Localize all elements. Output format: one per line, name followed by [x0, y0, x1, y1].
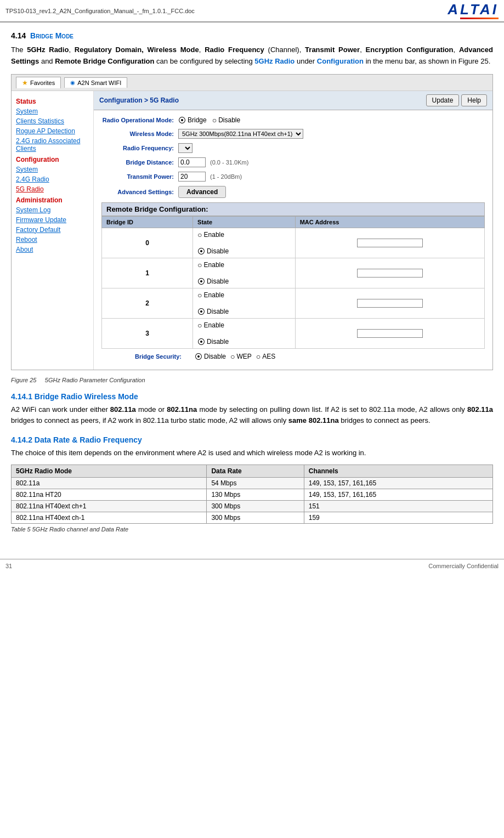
- advanced-button[interactable]: Advanced: [178, 186, 226, 198]
- table-cell-rate-2: 130 Mbps: [207, 489, 304, 500]
- mac-input-1[interactable]: [357, 269, 423, 278]
- sidebar-item-24g-radio[interactable]: 2.4G Radio: [12, 174, 93, 184]
- security-aes-label: AES: [262, 353, 275, 360]
- update-button[interactable]: Update: [426, 94, 460, 106]
- radio-bridge-selected: [178, 116, 186, 124]
- sidebar-item-clients-stats[interactable]: Clients Statistics: [12, 116, 93, 126]
- bridge-enable-3[interactable]: Enable: [197, 321, 291, 330]
- security-disable-label: Disable: [204, 353, 226, 360]
- sidebar-item-rogue-ap[interactable]: Rogue AP Detection: [12, 126, 93, 136]
- sidebar-item-reboot[interactable]: Reboot: [12, 235, 93, 245]
- bridge-security-row: Bridge Security: Disable WEP AES: [101, 349, 485, 364]
- security-wep-option[interactable]: WEP: [230, 352, 252, 361]
- sidebar-item-factory[interactable]: Factory Default: [12, 225, 93, 235]
- section-4-14-2-body: The choice of this item depends on the e…: [11, 448, 493, 459]
- star-icon: ★: [22, 79, 28, 87]
- advanced-settings-value: Advanced: [178, 186, 226, 198]
- figure-label: Figure 25: [11, 377, 36, 383]
- bridge-id-1: 1: [102, 258, 193, 288]
- mac-input-3[interactable]: [357, 329, 423, 338]
- bridge-enable-0[interactable]: Enable: [197, 230, 291, 239]
- wireless-mode-row: Wireless Mode: 5GHz 300Mbps(802.11na HT4…: [101, 129, 485, 139]
- sidebar-admin-label: Administration: [12, 194, 93, 205]
- sidebar-item-system-config[interactable]: System: [12, 165, 93, 174]
- section-4-14-title: 4.14 Bridge Mode: [11, 31, 493, 40]
- app-layout: Status System Clients Statistics Rogue A…: [12, 91, 492, 370]
- table-cell-rate-4: 300 Mbps: [207, 512, 304, 523]
- bridge-mac-2: [295, 288, 484, 318]
- security-aes-option[interactable]: AES: [256, 352, 275, 361]
- wifi-icon: ◉: [70, 80, 75, 86]
- radio-bridge-label: Bridge: [188, 116, 207, 124]
- radio-freq-label: Radio Frequency:: [101, 145, 178, 151]
- sidebar-item-about[interactable]: About: [12, 245, 93, 254]
- table-row: 802.11na HT40ext ch+1 300 Mbps 151: [12, 500, 493, 512]
- mac-input-0[interactable]: [357, 239, 423, 247]
- bridge-id-0: 0: [102, 228, 193, 258]
- page-number: 31: [5, 563, 12, 569]
- bridge-enable-1[interactable]: Enable: [197, 261, 291, 269]
- bridge-id-2: 2: [102, 288, 193, 318]
- bridge-row-1: 1 Enable Disable: [102, 258, 485, 288]
- table-col-channels: Channels: [304, 465, 492, 477]
- tab-a2n-label: A2N Smart WIFI: [77, 80, 121, 86]
- radio-freq-select[interactable]: [178, 143, 192, 153]
- radio-mode-row: Radio Operational Mode: Bridge Disable: [101, 116, 485, 124]
- radio-mode-table: 5GHz Radio Mode Data Rate Channels 802.1…: [11, 465, 493, 524]
- sidebar-item-system-log[interactable]: System Log: [12, 205, 93, 215]
- table-cell-mode-3: 802.11na HT40ext ch+1: [12, 500, 207, 512]
- wireless-mode-label: Wireless Mode:: [101, 131, 178, 137]
- radio-disable-option[interactable]: Disable: [212, 116, 241, 124]
- table-col-mode: 5GHz Radio Mode: [12, 465, 207, 477]
- config-header: Configuration > 5G Radio Update Help: [94, 91, 492, 110]
- sidebar-item-firmware[interactable]: Firmware Update: [12, 215, 93, 225]
- radio-bridge-option[interactable]: Bridge: [178, 116, 207, 124]
- tab-favorites-label: Favorites: [30, 80, 55, 86]
- bridge-dist-row: Bridge Distance: (0.0 - 31.0Km): [101, 157, 485, 167]
- section-4-14-2-heading: 4.14.2 Data Rate & Radio Frequency: [11, 435, 142, 444]
- mac-input-2[interactable]: [357, 299, 423, 308]
- browser-tab-favorites[interactable]: ★ Favorites: [16, 77, 61, 88]
- transmit-power-hint: (1 - 20dBm): [210, 173, 242, 180]
- doc-footer: 31 Commercially Confidential: [0, 559, 504, 573]
- transmit-power-value: (1 - 20dBm): [178, 172, 242, 182]
- form-area: Radio Operational Mode: Bridge Disable: [94, 110, 492, 370]
- bridge-id-3: 3: [102, 318, 193, 348]
- sidebar-item-5g-radio[interactable]: 5G Radio: [12, 184, 93, 194]
- bridge-enable-2[interactable]: Enable: [197, 291, 291, 299]
- security-disable-option[interactable]: Disable: [195, 352, 226, 361]
- bridge-disable-3[interactable]: Disable: [197, 337, 291, 346]
- sidebar-item-system-status[interactable]: System: [12, 106, 93, 116]
- table-cell-ch-2: 149, 153, 157, 161,165: [304, 489, 492, 500]
- security-wep-label: WEP: [237, 353, 252, 360]
- bridge-dist-input[interactable]: [178, 157, 206, 167]
- help-button[interactable]: Help: [461, 94, 487, 106]
- advanced-settings-row: Advanced Settings: Advanced: [101, 186, 485, 198]
- wireless-mode-select[interactable]: 5GHz 300Mbps(802.11na HT40ext ch+1): [178, 129, 303, 139]
- bridge-state-3: Enable Disable: [193, 318, 296, 348]
- figure-description: 5GHz Radio Parameter Configuration: [45, 377, 145, 383]
- table-cell-rate-3: 300 Mbps: [207, 500, 304, 512]
- section-4-14-1-heading: 4.14.1 Bridge Radio Wireless Mode: [11, 392, 138, 401]
- bridge-disable-0[interactable]: Disable: [197, 247, 291, 256]
- radio-disable-label: Disable: [218, 116, 240, 124]
- figure-caption: Figure 25 5GHz Radio Parameter Configura…: [11, 377, 493, 383]
- transmit-power-input[interactable]: [178, 172, 206, 182]
- table-cell-ch-1: 149, 153, 157, 161,165: [304, 477, 492, 489]
- sidebar-item-24g-clients[interactable]: 2.4G radio Associated Clients: [12, 136, 93, 154]
- table-row: 802.11na HT20 130 Mbps 149, 153, 157, 16…: [12, 489, 493, 500]
- col-state: State: [193, 216, 296, 228]
- doc-header: TPS10-013_rev1.2_A2N_Configuration_Manua…: [0, 0, 504, 22]
- table-row: 802.11a 54 Mbps 149, 153, 157, 161,165: [12, 477, 493, 489]
- browser-tab-a2n[interactable]: ◉ A2N Smart WIFI: [64, 77, 127, 88]
- bridge-disable-1[interactable]: Disable: [197, 277, 291, 286]
- main-panel: Configuration > 5G Radio Update Help Rad…: [94, 91, 492, 370]
- wireless-mode-value: 5GHz 300Mbps(802.11na HT40ext ch+1): [178, 129, 303, 139]
- bridge-row-0: 0 Enable Disable: [102, 228, 485, 258]
- bridge-state-1: Enable Disable: [193, 258, 296, 288]
- sidebar-status-label: Status: [12, 95, 93, 106]
- table-col-datarate: Data Rate: [207, 465, 304, 477]
- config-buttons: Update Help: [426, 94, 487, 106]
- radio-mode-label: Radio Operational Mode:: [101, 117, 178, 123]
- bridge-disable-2[interactable]: Disable: [197, 307, 291, 316]
